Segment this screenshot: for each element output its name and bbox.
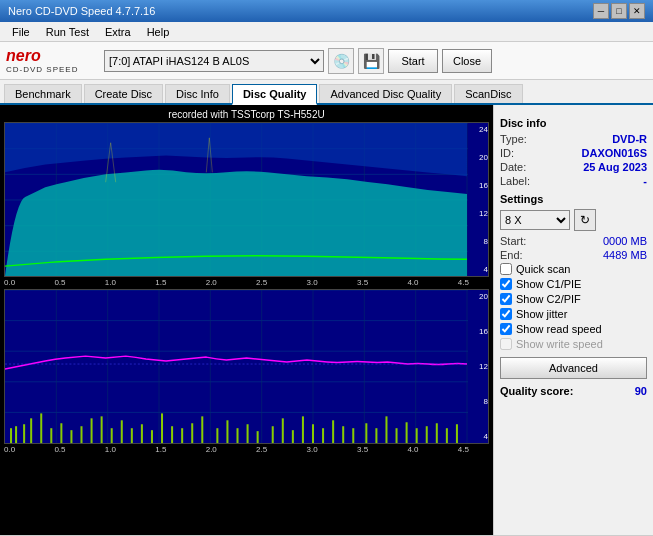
read-speed-row: Show read speed: [500, 323, 647, 335]
menu-help[interactable]: Help: [139, 24, 178, 40]
disc-label-label: Label:: [500, 175, 530, 187]
lower-y-label-16: 16: [468, 327, 488, 336]
svg-rect-34: [50, 428, 52, 443]
upper-x-labels: 0.0 0.5 1.0 1.5 2.0 2.5 3.0 3.5 4.0 4.5: [4, 278, 489, 287]
svg-rect-58: [302, 416, 304, 443]
svg-rect-32: [30, 418, 32, 443]
start-button[interactable]: Start: [388, 49, 438, 73]
speed-setting-row: 8 X ↻: [500, 209, 647, 231]
svg-rect-60: [322, 428, 324, 443]
x-label-05: 0.5: [54, 278, 65, 287]
disc-info-title: Disc info: [500, 117, 647, 129]
toolbar: nero CD-DVD SPEED [7:0] ATAPI iHAS124 B …: [0, 42, 653, 80]
disc-icon-button[interactable]: 💿: [328, 48, 354, 74]
refresh-button[interactable]: ↻: [574, 209, 596, 231]
quick-scan-checkbox[interactable]: [500, 263, 512, 275]
c1pie-row: Show C1/PIE: [500, 278, 647, 290]
svg-rect-44: [151, 430, 153, 443]
write-speed-row: Show write speed: [500, 338, 647, 350]
maximize-button[interactable]: □: [611, 3, 627, 19]
advanced-button[interactable]: Advanced: [500, 357, 647, 379]
disc-label-row: Label: -: [500, 175, 647, 187]
start-range-row: Start: 0000 MB: [500, 235, 647, 247]
svg-rect-55: [272, 426, 274, 443]
svg-rect-33: [40, 413, 42, 443]
speed-selector[interactable]: 8 X: [500, 210, 570, 230]
svg-rect-56: [282, 418, 284, 443]
upper-y-label-20: 20: [468, 153, 488, 162]
menu-file[interactable]: File: [4, 24, 38, 40]
window-close-button[interactable]: ✕: [629, 3, 645, 19]
tab-benchmark[interactable]: Benchmark: [4, 84, 82, 103]
svg-rect-29: [10, 428, 12, 443]
upper-y-label-12: 12: [468, 209, 488, 218]
svg-rect-59: [312, 424, 314, 443]
jitter-row: Show jitter: [500, 308, 647, 320]
x-label-30: 3.0: [307, 278, 318, 287]
disc-id-row: ID: DAXON016S: [500, 147, 647, 159]
disc-label-value: -: [643, 175, 647, 187]
write-speed-checkbox[interactable]: [500, 338, 512, 350]
lower-y-label-12: 12: [468, 362, 488, 371]
svg-rect-50: [216, 428, 218, 443]
c1pie-checkbox[interactable]: [500, 278, 512, 290]
svg-rect-40: [111, 428, 113, 443]
svg-rect-47: [181, 428, 183, 443]
end-range-row: End: 4489 MB: [500, 249, 647, 261]
c2pif-label: Show C2/PIF: [516, 293, 581, 305]
lower-y-label-4: 4: [468, 432, 488, 441]
svg-rect-52: [237, 428, 239, 443]
svg-rect-53: [247, 424, 249, 443]
disc-date-value: 25 Aug 2023: [583, 161, 647, 173]
drive-selector[interactable]: [7:0] ATAPI iHAS124 B AL0S: [104, 50, 324, 72]
read-speed-label: Show read speed: [516, 323, 602, 335]
tab-advanced-disc-quality[interactable]: Advanced Disc Quality: [319, 84, 452, 103]
menu-extra[interactable]: Extra: [97, 24, 139, 40]
quality-row: Quality score: 90: [500, 385, 647, 397]
x-label-15: 1.5: [155, 278, 166, 287]
disc-type-label: Type:: [500, 133, 527, 145]
tab-create-disc[interactable]: Create Disc: [84, 84, 163, 103]
nero-logo-sub: CD-DVD SPEED: [6, 65, 78, 74]
chart-title: recorded with TSSTcorp TS-H552U: [4, 109, 489, 120]
lower-chart-svg: [5, 290, 468, 443]
svg-rect-51: [226, 420, 228, 443]
svg-rect-45: [161, 413, 163, 443]
close-button[interactable]: Close: [442, 49, 492, 73]
x-label-20: 2.0: [206, 278, 217, 287]
svg-rect-62: [342, 426, 344, 443]
disc-type-row: Type: DVD-R: [500, 133, 647, 145]
chart-area: recorded with TSSTcorp TS-H552U: [0, 105, 493, 535]
menu-run-test[interactable]: Run Test: [38, 24, 97, 40]
svg-rect-68: [406, 422, 408, 443]
svg-rect-42: [131, 428, 133, 443]
write-speed-label: Show write speed: [516, 338, 603, 350]
lower-x-labels: 0.0 0.5 1.0 1.5 2.0 2.5 3.0 3.5 4.0 4.5: [4, 445, 489, 454]
read-speed-checkbox[interactable]: [500, 323, 512, 335]
svg-rect-66: [385, 416, 387, 443]
svg-rect-41: [121, 420, 123, 443]
svg-rect-43: [141, 424, 143, 443]
svg-rect-67: [396, 428, 398, 443]
minimize-button[interactable]: ─: [593, 3, 609, 19]
svg-rect-71: [436, 423, 438, 443]
upper-chart-svg: [5, 123, 468, 276]
lower-chart: 20 16 12 8 4: [4, 289, 489, 444]
lower-y-label-8: 8: [468, 397, 488, 406]
tab-disc-quality[interactable]: Disc Quality: [232, 84, 318, 105]
app-title: Nero CD-DVD Speed 4.7.7.16: [8, 5, 155, 17]
start-value: 0000 MB: [603, 235, 647, 247]
c2pif-checkbox[interactable]: [500, 293, 512, 305]
tab-disc-info[interactable]: Disc Info: [165, 84, 230, 103]
quality-value: 90: [635, 385, 647, 397]
end-value: 4489 MB: [603, 249, 647, 261]
svg-rect-54: [257, 431, 259, 443]
disc-date-label: Date:: [500, 161, 526, 173]
title-bar: Nero CD-DVD Speed 4.7.7.16 ─ □ ✕: [0, 0, 653, 22]
tab-scan-disc[interactable]: ScanDisc: [454, 84, 522, 103]
svg-rect-65: [375, 428, 377, 443]
save-icon-button[interactable]: 💾: [358, 48, 384, 74]
jitter-checkbox[interactable]: [500, 308, 512, 320]
svg-rect-61: [332, 420, 334, 443]
svg-rect-35: [60, 423, 62, 443]
